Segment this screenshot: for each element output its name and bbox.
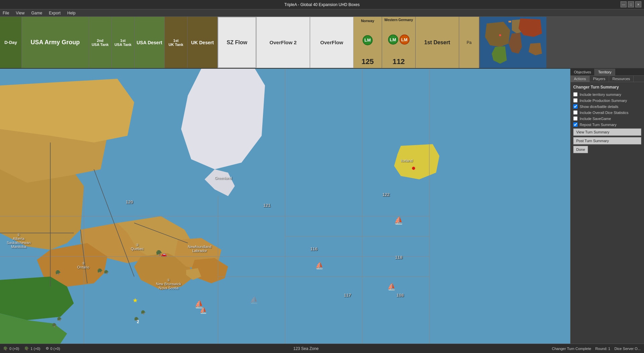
minimize-button[interactable]: — [621,1,627,7]
wgermany-lm-badge1: LM [388,35,398,45]
capital-star: ★ [132,297,138,304]
svg-marker-1 [485,22,510,47]
checkbox-row-territory: Include territory summary [573,92,641,97]
menu-view[interactable]: View [14,10,26,16]
checkbox-row-repost: Repost Turn Summary [573,122,641,127]
status-infantry: 🪖 0 (+0) [3,346,19,351]
tab-territory[interactable]: Territory [595,69,615,75]
tab-dday[interactable]: D-Day [0,17,22,68]
label-production[interactable]: Include Production Summary [580,99,627,103]
panel-title: Changer Turn Summary [573,85,641,90]
tab-pa-label: Pa [467,40,472,45]
tab-usa-desert-label: USA Desert [137,40,162,45]
tab-uk-desert[interactable]: UK Desert [187,17,218,68]
unit-infantry-usa: 🪖 [57,317,62,321]
unit-infantry-ontario1: 🪖 [55,270,61,275]
wgermany-lm-badge2: LM [399,35,410,45]
infantry-icon: 🪖 [3,346,8,351]
tab-1st-tank[interactable]: 1st USA Tank [112,17,135,68]
label-territory[interactable]: Include territory summary [580,93,621,97]
tab-1st-desert-label: 1st Desert [424,40,450,46]
post-turn-button[interactable]: Post Turn Summary [573,137,641,144]
window-title: TripleA - Global 40 Expansion UHD Boxes [284,2,360,7]
tab-2nd-tank-label2: USA Tank [92,43,109,47]
right-tabs: Objectives Territory [571,69,644,76]
ship-122: ⛵ [394,216,403,225]
tab-usa-desert[interactable]: USA Desert [135,17,165,68]
norway-lm-badge: LM [363,35,373,45]
tab-sz-flow[interactable]: SZ Flow [218,17,256,68]
tanks-icon: ⚙ [46,346,49,351]
label-savegame[interactable]: Include SaveGame [580,117,611,121]
done-button[interactable]: Done [573,146,588,153]
maximize-button[interactable]: □ [628,1,634,7]
tab-2nd-tank-label1: 2nd [97,39,104,43]
close-button[interactable]: ✕ [635,1,641,7]
ship-118a: ⛵ [387,283,396,291]
svg-point-8 [499,34,501,36]
tab-players[interactable]: Players [590,76,609,82]
view-turn-button[interactable]: View Turn Summary [573,128,641,136]
unit-tank2: 🚗 [161,251,167,257]
menu-bar: File View Game Export Help [0,9,644,17]
soldiers-icon: 🪖 [24,346,29,351]
unit-count-2: 2 [137,319,139,324]
tab-norway[interactable]: Norway LM 125 [354,17,382,68]
tab-objectives[interactable]: Objectives [571,69,595,75]
tab-usa-army-label: USA Army Group [31,39,80,46]
label-overall-dice[interactable]: Include Overall Dice Statistics [580,111,629,115]
unit-nb1: 🪖 [141,310,146,315]
tab-western-germany[interactable]: Western Germany LM LM 112 [382,17,416,68]
checkbox-savegame[interactable] [573,116,578,121]
status-left: 🪖 0 (+0) 🪖 1 (+0) ⚙ 0 (+0) [3,346,60,351]
tabs-area: D-Day USA Army Group 2nd USA Tank 1st US… [0,17,644,69]
tab-resources[interactable]: Resources [609,76,634,82]
status-bar: 🪖 0 (+0) 🪖 1 (+0) ⚙ 0 (+0) 123 Sea Zone … [0,344,644,353]
menu-game[interactable]: Game [30,10,44,16]
tab-overflow2[interactable]: OverFlow 2 [256,17,310,68]
turn-complete-text: Changer Turn Complete [552,347,591,351]
tab-2nd-tank[interactable]: 2nd USA Tank [89,17,112,68]
checkbox-dice[interactable] [573,104,578,109]
tab-overflow[interactable]: OverFlow [310,17,354,68]
menu-export[interactable]: Export [48,10,62,16]
menu-help[interactable]: Help [66,10,77,16]
map-area[interactable]: ① Alberta Saskatchewan Manitoba ② Ontari… [0,69,570,344]
checkbox-row-dice: Show dice/battle details [573,104,641,109]
unit-infantry-usa2: 🪖 [52,323,57,328]
tab-1st-desert[interactable]: 1st Desert [416,17,459,68]
unit-infantry-ontario3: 🪖 [104,270,109,275]
label-repost[interactable]: Repost Turn Summary [580,123,616,127]
infantry-count: 0 (+0) [9,347,19,351]
checkbox-row-savegame: Include SaveGame [573,116,641,121]
checkbox-repost[interactable] [573,122,578,127]
ship-117: ⛵ [250,296,258,304]
tab-norway-num: 125 [362,57,374,68]
tab-1st-uk-tank[interactable]: 1st UK Tank [165,17,187,68]
ship-116: ⛵ [315,261,324,270]
tab-western-germany-label: Western Germany [384,17,413,22]
window-controls[interactable]: — □ ✕ [621,1,641,7]
tab-actions[interactable]: Actions [571,76,590,82]
status-soldiers: 🪖 1 (+0) [24,346,40,351]
right-panel: Objectives Territory Actions Players Res… [570,69,644,344]
checkbox-production[interactable] [573,98,578,103]
mini-map [479,17,546,69]
status-right: Changer Turn Complete Round: 1 Dice Serv… [552,347,641,351]
tab-dday-label: D-Day [4,40,17,45]
tanks-count: 0 (+0) [50,347,60,351]
label-dice[interactable]: Show dice/battle details [580,105,619,109]
checkbox-overall-dice[interactable] [573,110,578,115]
svg-rect-7 [508,21,511,22]
menu-file[interactable]: File [1,10,10,16]
ship-coast2: ⛵ [200,307,207,314]
checkbox-territory[interactable] [573,92,578,97]
tab-usa-army[interactable]: USA Army Group [22,17,89,68]
tab-sz-flow-label: SZ Flow [227,40,247,46]
soldiers-count: 1 (+0) [31,347,40,351]
title-bar: TripleA - Global 40 Expansion UHD Boxes … [0,0,644,9]
tab-pa[interactable]: Pa [459,17,479,68]
tab-overflow-label: OverFlow [320,40,343,45]
status-tanks: ⚙ 0 (+0) [46,346,60,351]
iceland-indicator [412,167,415,170]
